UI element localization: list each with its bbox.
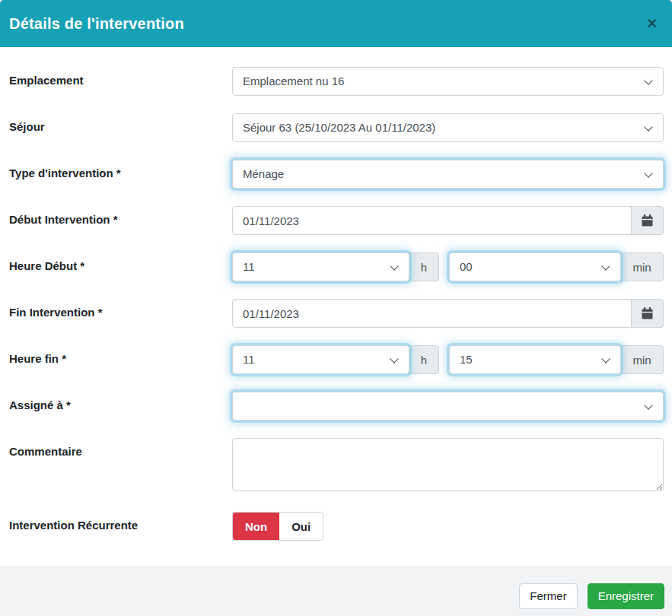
row-assigne: Assigné à * (9, 392, 664, 421)
intervention-details-modal: Détails de l'intervention × Emplacement … (0, 0, 672, 616)
calendar-icon (642, 214, 653, 227)
chevron-down-icon (644, 401, 652, 409)
modal-body: Emplacement Emplacement nu 16 Séjour Séj… (0, 47, 672, 567)
chevron-down-icon (601, 262, 610, 270)
chevron-down-icon (644, 169, 652, 177)
type-intervention-label: Type d'intervention * (9, 160, 232, 189)
row-heure-debut: Heure Début * 11 h 00 (9, 252, 664, 281)
row-type-intervention: Type d'intervention * Ménage (9, 160, 664, 189)
recurrente-non-button[interactable]: Non (233, 513, 279, 540)
heure-debut-minute-value: 00 (460, 260, 473, 273)
type-intervention-select[interactable]: Ménage (232, 160, 664, 189)
row-debut-intervention: Début Intervention * (9, 206, 664, 235)
fin-intervention-calendar-button[interactable] (632, 299, 664, 328)
modal-title: Détails de l'intervention (9, 15, 184, 33)
row-heure-fin: Heure fin * 11 h 15 (9, 345, 664, 374)
heure-fin-minute-value: 15 (460, 353, 473, 366)
commentaire-textarea[interactable] (232, 438, 664, 491)
heure-fin-label: Heure fin * (9, 345, 232, 374)
enregistrer-button[interactable]: Enregistrer (588, 583, 664, 609)
modal-footer: Fermer Enregistrer (0, 567, 672, 616)
heure-fin-hour-value: 11 (243, 353, 255, 366)
debut-intervention-date-input[interactable] (232, 206, 632, 235)
row-recurrente: Intervention Récurrente Non Oui (9, 512, 664, 541)
commentaire-label: Commentaire (9, 438, 232, 494)
emplacement-label: Emplacement (9, 67, 232, 96)
recurrente-toggle-group: Non Oui (232, 512, 323, 541)
chevron-down-icon (644, 122, 652, 131)
heure-debut-hour-select[interactable]: 11 (232, 252, 409, 281)
heure-debut-label: Heure Début * (9, 252, 232, 281)
heure-debut-hour-value: 11 (243, 260, 255, 273)
heure-fin-minute-select[interactable]: 15 (449, 345, 621, 374)
minute-unit-label: min (620, 252, 664, 281)
assigne-label: Assigné à * (9, 392, 232, 421)
calendar-icon (642, 307, 653, 319)
chevron-down-icon (390, 262, 398, 270)
modal-header: Détails de l'intervention × (0, 0, 672, 47)
fermer-button[interactable]: Fermer (519, 583, 577, 609)
minute-unit-label: min (620, 345, 664, 374)
chevron-down-icon (644, 76, 652, 84)
heure-fin-hour-select[interactable]: 11 (232, 345, 409, 374)
debut-intervention-label: Début Intervention * (9, 206, 232, 235)
recurrente-label: Intervention Récurrente (9, 512, 232, 541)
row-sejour: Séjour Séjour 63 (25/10/2023 Au 01/11/20… (9, 113, 664, 142)
sejour-select[interactable]: Séjour 63 (25/10/2023 Au 01/11/2023) (232, 113, 664, 142)
emplacement-select[interactable]: Emplacement nu 16 (232, 67, 664, 96)
row-emplacement: Emplacement Emplacement nu 16 (9, 67, 664, 96)
hour-unit-label: h (409, 345, 439, 374)
chevron-down-icon (390, 354, 398, 363)
chevron-down-icon (601, 354, 610, 363)
row-commentaire: Commentaire (9, 438, 664, 494)
close-icon[interactable]: × (644, 14, 660, 33)
recurrente-oui-button[interactable]: Oui (279, 513, 323, 540)
fin-intervention-label: Fin Intervention * (9, 299, 232, 328)
hour-unit-label: h (409, 252, 439, 281)
sejour-label: Séjour (9, 113, 232, 142)
fin-intervention-date-input[interactable] (232, 299, 632, 328)
assigne-select[interactable] (232, 392, 664, 421)
row-fin-intervention: Fin Intervention * (9, 299, 664, 328)
debut-intervention-calendar-button[interactable] (632, 206, 664, 235)
emplacement-selected-value: Emplacement nu 16 (243, 75, 344, 87)
sejour-selected-value: Séjour 63 (25/10/2023 Au 01/11/2023) (243, 121, 435, 134)
type-intervention-selected-value: Ménage (243, 167, 284, 180)
heure-debut-minute-select[interactable]: 00 (449, 252, 621, 281)
